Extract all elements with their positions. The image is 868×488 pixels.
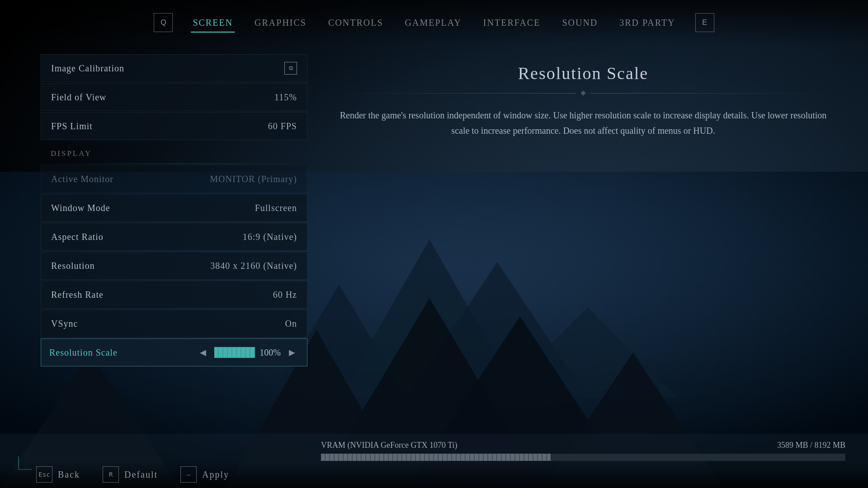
vsync-label: VSync: [51, 319, 78, 329]
vram-bar-background: [321, 454, 845, 461]
default-icon: R: [103, 466, 119, 483]
vsync-row[interactable]: VSync On: [41, 310, 307, 338]
window-mode-label: Window Mode: [51, 203, 110, 213]
vram-section: VRAM (NVIDIA GeForce GTX 1070 Ti) 3589 M…: [321, 441, 845, 461]
active-monitor-value: MONITOR (Primary): [210, 174, 297, 184]
vram-bar-fill: [321, 454, 551, 461]
apply-button[interactable]: — Apply: [180, 466, 229, 483]
fov-value: 115%: [274, 92, 297, 103]
vsync-value: On: [285, 319, 297, 329]
aspect-ratio-row[interactable]: Aspect Ratio 16:9 (Native): [41, 223, 307, 251]
image-calibration-label: Image Calibration: [51, 63, 124, 74]
bottom-bar: Esc Back R Default — Apply: [0, 461, 868, 488]
detail-divider: [335, 91, 832, 95]
resolution-scale-label: Resolution Scale: [49, 347, 118, 358]
calibration-icon: ⧉: [284, 62, 297, 75]
scale-left-arrow[interactable]: ◀: [196, 346, 210, 359]
nav-right-icon[interactable]: E: [695, 13, 714, 32]
scale-bar: [214, 347, 255, 358]
top-nav: Q Screen Graphics Controls Gameplay Inte…: [0, 0, 868, 45]
aspect-ratio-value: 16:9 (Native): [243, 232, 297, 242]
vram-labels: VRAM (NVIDIA GeForce GTX 1070 Ti) 3589 M…: [321, 441, 845, 450]
nav-left-icon[interactable]: Q: [154, 13, 173, 32]
field-of-view-row[interactable]: Field of View 115%: [41, 83, 307, 111]
fps-limit-row[interactable]: FPS Limit 60 FPS: [41, 112, 307, 140]
detail-description: Render the game's resolution independent…: [321, 99, 845, 147]
resolution-row[interactable]: Resolution 3840 x 2160 (Native): [41, 252, 307, 280]
back-label: Back: [58, 469, 80, 480]
default-button[interactable]: R Default: [103, 466, 158, 483]
vram-display-value: 3589 MB / 8192 MB: [777, 441, 845, 450]
active-monitor-row: Active Monitor MONITOR (Primary): [41, 165, 307, 193]
resolution-label: Resolution: [51, 261, 95, 271]
resolution-value: 3840 x 2160 (Native): [210, 261, 297, 271]
aspect-ratio-label: Aspect Ratio: [51, 232, 104, 242]
scale-bar-container: 100%: [214, 347, 281, 358]
vram-name: VRAM (NVIDIA GeForce GTX 1070 Ti): [321, 441, 458, 450]
refresh-rate-label: Refresh Rate: [51, 290, 104, 300]
refresh-rate-row[interactable]: Refresh Rate 60 Hz: [41, 281, 307, 309]
detail-panel: Resolution Scale Render the game's resol…: [321, 54, 845, 147]
active-monitor-label: Active Monitor: [51, 174, 113, 184]
window-mode-row[interactable]: Window Mode Fullscreen: [41, 194, 307, 222]
nav-tab-gameplay[interactable]: Gameplay: [403, 14, 463, 32]
detail-diamond: [580, 90, 585, 95]
display-section-label: DISPLAY: [41, 141, 307, 163]
resolution-scale-control: ◀ 100% ▶: [196, 346, 299, 359]
settings-panel: Image Calibration ⧉ Field of View 115% F…: [41, 54, 307, 367]
window-mode-value: Fullscreen: [255, 203, 297, 213]
scale-value: 100%: [259, 347, 281, 358]
display-separator: [41, 164, 307, 164]
resolution-scale-row[interactable]: Resolution Scale ◀ 100% ▶: [41, 338, 307, 366]
nav-tab-graphics[interactable]: Graphics: [253, 14, 308, 32]
apply-icon: —: [180, 466, 197, 483]
back-button[interactable]: Esc Back: [36, 466, 80, 483]
apply-label: Apply: [202, 469, 229, 480]
refresh-rate-value: 60 Hz: [273, 290, 297, 300]
image-calibration-row[interactable]: Image Calibration ⧉: [41, 54, 307, 82]
scale-right-arrow[interactable]: ▶: [285, 346, 299, 359]
nav-tab-sound[interactable]: Sound: [560, 14, 599, 32]
nav-tab-3rdparty[interactable]: 3rd Party: [618, 14, 677, 32]
nav-tab-interface[interactable]: Interface: [481, 14, 542, 32]
detail-title: Resolution Scale: [321, 54, 845, 88]
nav-tab-controls[interactable]: Controls: [326, 14, 385, 32]
nav-tab-screen[interactable]: Screen: [191, 14, 235, 32]
default-label: Default: [124, 469, 158, 480]
fov-label: Field of View: [51, 92, 107, 103]
fps-label: FPS Limit: [51, 121, 93, 131]
fps-value: 60 FPS: [268, 121, 297, 131]
back-icon: Esc: [36, 466, 52, 483]
